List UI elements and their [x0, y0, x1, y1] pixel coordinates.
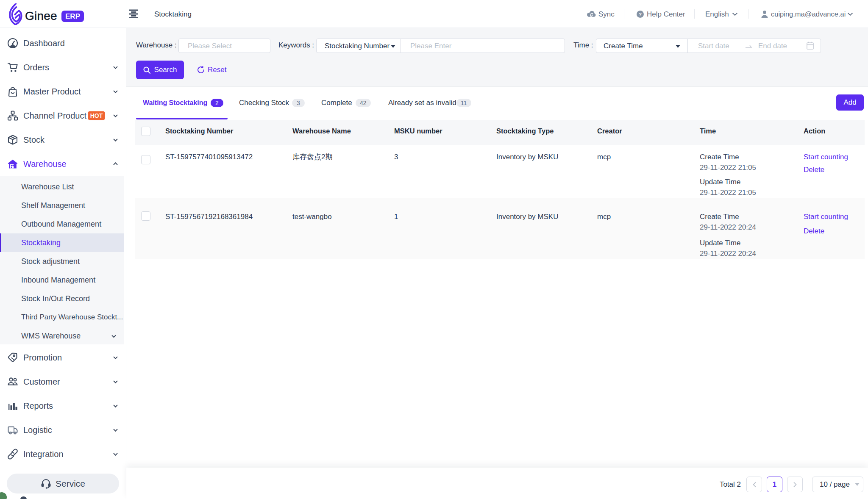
svg-text:?: ?	[639, 12, 642, 17]
